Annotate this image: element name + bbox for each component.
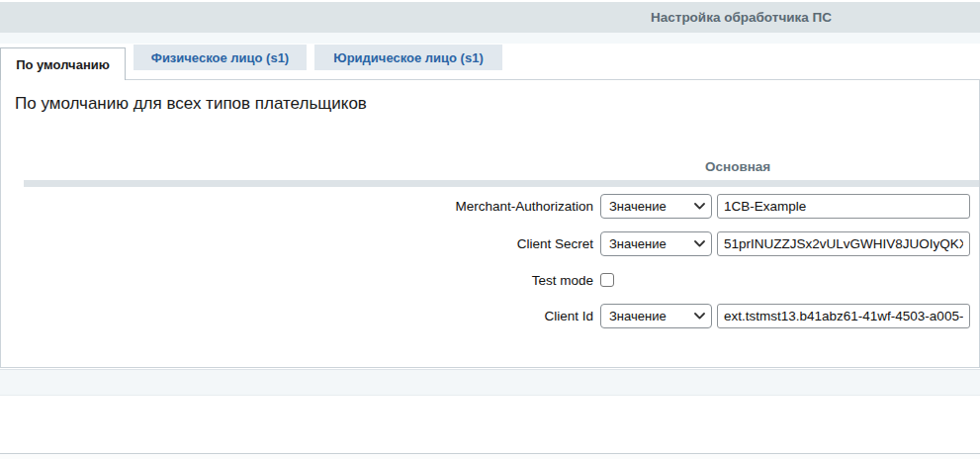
client-id-type-select[interactable]: Значение [600, 304, 712, 328]
window-header: Настройка обработчика ПС [0, 2, 980, 33]
merchant-authorization-type-select[interactable]: Значение [600, 194, 712, 219]
header-sub-strip [0, 33, 980, 44]
tab-bar: По умолчанию Физическое лицо (s1) Юридич… [0, 44, 980, 80]
merchant-authorization-input[interactable] [717, 194, 970, 219]
footer-band [0, 369, 980, 396]
select-selected-value: Значение [609, 309, 667, 323]
tab-individual-label: Физическое лицо (s1) [151, 50, 289, 65]
tab-default[interactable]: По умолчанию [0, 47, 126, 80]
select-selected-value: Значение [609, 199, 667, 214]
section-header: Основная [705, 159, 770, 174]
tab-legal-entity-label: Юридическое лицо (s1) [333, 50, 483, 65]
form-row-merchant-authorization: Merchant-Authorization Значение [1, 193, 970, 219]
payment-handler-settings-screen: Настройка обработчика ПС По умолчанию Фи… [0, 0, 980, 459]
test-mode-label: Test mode [1, 273, 593, 288]
tab-individual[interactable]: Физическое лицо (s1) [134, 45, 307, 70]
page-title: Настройка обработчика ПС [651, 2, 832, 33]
form-row-client-secret: Client Secret Значение [1, 230, 970, 256]
client-id-input[interactable] [717, 304, 970, 328]
bottom-area [0, 454, 980, 459]
form-row-client-id: Client Id Значение [1, 303, 970, 328]
section-divider [24, 180, 979, 187]
test-mode-checkbox[interactable] [600, 273, 614, 287]
form-row-test-mode: Test mode [1, 267, 970, 293]
select-selected-value: Значение [609, 236, 667, 251]
tab-legal-entity[interactable]: Юридическое лицо (s1) [314, 45, 502, 70]
tab-default-label: По умолчанию [16, 57, 110, 72]
client-secret-label: Client Secret [1, 236, 593, 251]
merchant-authorization-label: Merchant-Authorization [1, 199, 593, 214]
chevron-down-icon [694, 203, 705, 210]
chevron-down-icon [694, 313, 705, 320]
settings-panel: По умолчанию для всех типов плательщиков… [0, 79, 980, 368]
panel-title: По умолчанию для всех типов плательщиков [15, 94, 367, 114]
client-secret-type-select[interactable]: Значение [600, 231, 712, 256]
client-id-label: Client Id [1, 309, 593, 323]
chevron-down-icon [694, 240, 705, 247]
client-secret-input[interactable] [717, 231, 970, 256]
